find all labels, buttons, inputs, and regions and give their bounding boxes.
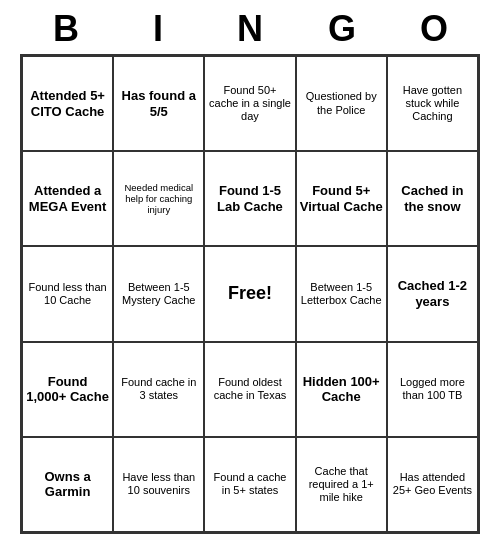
bingo-cell[interactable]: Owns a Garmin [22, 437, 113, 532]
bingo-grid: Attended 5+ CITO CacheHas found a 5/5Fou… [20, 54, 480, 534]
bingo-cell[interactable]: Needed medical help for caching injury [113, 151, 204, 246]
bingo-cell[interactable]: Logged more than 100 TB [387, 342, 478, 437]
bingo-letter: B [43, 8, 89, 50]
bingo-cell[interactable]: Attended 5+ CITO Cache [22, 56, 113, 151]
bingo-letter: O [411, 8, 457, 50]
bingo-cell[interactable]: Between 1-5 Mystery Cache [113, 246, 204, 341]
bingo-cell[interactable]: Found 5+ Virtual Cache [296, 151, 387, 246]
bingo-title: BINGO [20, 0, 480, 54]
bingo-cell[interactable]: Have gotten stuck while Caching [387, 56, 478, 151]
bingo-cell[interactable]: Cached in the snow [387, 151, 478, 246]
bingo-letter: N [227, 8, 273, 50]
bingo-cell[interactable]: Has found a 5/5 [113, 56, 204, 151]
bingo-cell[interactable]: Hidden 100+ Cache [296, 342, 387, 437]
bingo-cell[interactable]: Cached 1-2 years [387, 246, 478, 341]
bingo-cell[interactable]: Attended a MEGA Event [22, 151, 113, 246]
bingo-cell[interactable]: Questioned by the Police [296, 56, 387, 151]
bingo-letter: G [319, 8, 365, 50]
bingo-cell[interactable]: Found oldest cache in Texas [204, 342, 295, 437]
bingo-cell[interactable]: Have less than 10 souvenirs [113, 437, 204, 532]
bingo-cell[interactable]: Found cache in 3 states [113, 342, 204, 437]
bingo-cell[interactable]: Found 1,000+ Cache [22, 342, 113, 437]
bingo-cell[interactable]: Found less than 10 Cache [22, 246, 113, 341]
bingo-letter: I [135, 8, 181, 50]
bingo-cell[interactable]: Found 50+ cache in a single day [204, 56, 295, 151]
bingo-cell[interactable]: Cache that required a 1+ mile hike [296, 437, 387, 532]
bingo-cell[interactable]: Found a cache in 5+ states [204, 437, 295, 532]
bingo-cell[interactable]: Between 1-5 Letterbox Cache [296, 246, 387, 341]
bingo-cell[interactable]: Has attended 25+ Geo Events [387, 437, 478, 532]
bingo-cell[interactable]: Found 1-5 Lab Cache [204, 151, 295, 246]
bingo-cell[interactable]: Free! [204, 246, 295, 341]
